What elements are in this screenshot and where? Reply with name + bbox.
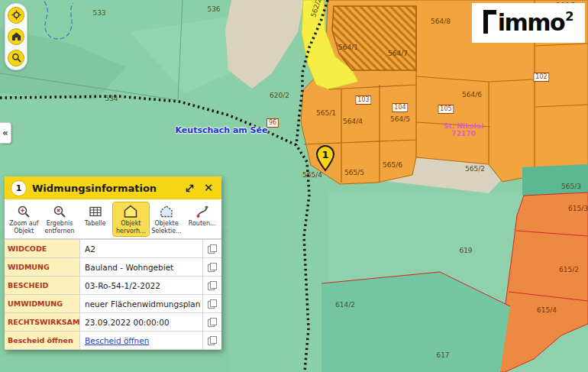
table-row: Bescheid öffnen Bescheid öffnen xyxy=(5,331,221,349)
row-value: Bauland - Wohngebiet xyxy=(80,258,202,276)
copy-button[interactable] xyxy=(202,258,221,276)
table-row: WIDCODE A2 xyxy=(5,239,221,257)
map-toolbar xyxy=(5,3,27,70)
zoom-object-icon xyxy=(17,205,31,218)
toolbar-button-table[interactable]: Tabelle xyxy=(77,202,113,236)
row-label: WIDCODE xyxy=(5,240,80,257)
table-row: BESCHEID 03-Ro-54-1/2-2022 xyxy=(5,276,221,294)
table-row: RECHTSWIRKSAM 23.09.2022 00:00:00 xyxy=(5,312,221,331)
home-button[interactable] xyxy=(8,28,24,45)
toolbar-button-highlight-object[interactable]: Objekt hervorh... xyxy=(113,202,149,236)
table-row: WIDMUNG Bauland - Wohngebiet xyxy=(5,257,221,276)
bescheid-link[interactable]: Bescheid öffnen xyxy=(80,332,202,349)
expand-icon[interactable] xyxy=(183,181,196,195)
map-application: 533536534562/2566/2620/2565/2565/3619614… xyxy=(0,0,588,372)
zoom-button[interactable] xyxy=(8,50,24,66)
copy-button[interactable] xyxy=(202,295,221,312)
copy-button[interactable] xyxy=(202,277,221,294)
toolbar-button-select-objects[interactable]: Objekte Selektie... xyxy=(149,202,185,236)
row-label: WIDMUNG xyxy=(5,258,80,276)
logo-text: immo xyxy=(498,11,564,34)
collapse-sidebar-button[interactable]: « xyxy=(0,122,11,144)
toolbar-button-zoom-object[interactable]: Zoom auf Objekt xyxy=(6,202,42,236)
row-label: RECHTSWIRKSAM xyxy=(5,313,80,331)
locate-icon xyxy=(11,8,21,23)
table-row: UMWIDMUNG neuer Flächenwidmungsplan xyxy=(5,294,221,312)
toolbar-button-remove-result[interactable]: Ergebnis entfernen xyxy=(42,202,78,236)
row-label: UMWIDMUNG xyxy=(5,295,80,312)
logo-mark-icon xyxy=(483,10,496,34)
row-value: A2 xyxy=(80,240,202,257)
remove-result-icon xyxy=(53,205,66,218)
copy-button[interactable] xyxy=(202,240,221,257)
logo-superscript: 2 xyxy=(565,9,573,24)
table-icon xyxy=(89,205,102,218)
highlight-object-icon xyxy=(124,205,137,218)
panel-header[interactable]: 1 Widmungsinformation ✕ xyxy=(5,176,221,199)
row-value: 03-Ro-54-1/2-2022 xyxy=(80,277,202,294)
copy-icon xyxy=(208,244,217,254)
locate-button[interactable] xyxy=(8,7,24,24)
panel-toolbar: Zoom auf Objekt Ergebnis entfernen Tabel… xyxy=(5,199,221,239)
route-icon xyxy=(195,205,209,218)
toolbar-button-routes[interactable]: Routen... xyxy=(184,202,220,236)
row-value: neuer Flächenwidmungsplan xyxy=(80,295,202,312)
magnifier-icon xyxy=(11,51,21,66)
close-icon[interactable]: ✕ xyxy=(202,181,215,195)
row-value: 23.09.2022 00:00:00 xyxy=(80,313,202,331)
row-label: BESCHEID xyxy=(5,277,80,294)
map-marker-1[interactable]: 1 xyxy=(314,144,337,175)
home-icon xyxy=(11,30,21,44)
copy-icon xyxy=(208,299,217,309)
widmungsinformation-panel: 1 Widmungsinformation ✕ Zoom auf Objekt … xyxy=(5,176,221,350)
immo2-logo: immo 2 xyxy=(472,3,585,43)
select-objects-icon xyxy=(160,205,173,218)
row-label: Bescheid öffnen xyxy=(5,332,80,349)
marker-label: 1 xyxy=(321,149,328,160)
panel-title: Widmungsinformation xyxy=(32,183,177,194)
copy-icon xyxy=(208,318,217,327)
copy-icon xyxy=(208,263,217,272)
attribute-table: WIDCODE A2 WIDMUNG Bauland - Wohngebiet … xyxy=(5,239,221,350)
copy-button[interactable] xyxy=(202,332,221,349)
copy-icon xyxy=(208,336,217,345)
copy-button[interactable] xyxy=(202,313,221,331)
copy-icon xyxy=(208,281,217,290)
result-badge: 1 xyxy=(11,180,27,196)
